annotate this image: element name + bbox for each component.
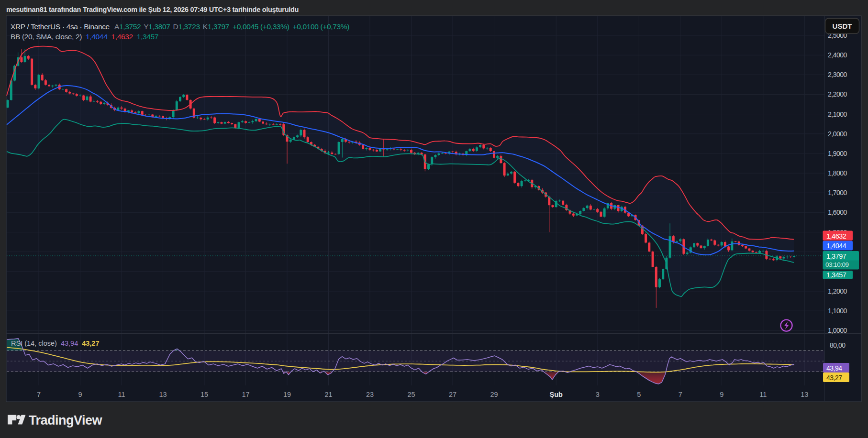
svg-text:19: 19 [283, 391, 291, 398]
svg-text:2,4000: 2,4000 [828, 51, 847, 59]
svg-text:15: 15 [200, 391, 208, 398]
svg-text:23: 23 [366, 391, 374, 398]
svg-text:mesutinan81 tarafından Trading: mesutinan81 tarafından TradingView.com i… [6, 6, 299, 13]
svg-text:5: 5 [637, 391, 641, 398]
svg-text:1,3457: 1,3457 [826, 271, 846, 279]
svg-text:2,0000: 2,0000 [828, 130, 847, 138]
svg-text:TradingView: TradingView [29, 413, 103, 427]
svg-text:80,00: 80,00 [830, 341, 846, 349]
svg-text:13: 13 [159, 391, 167, 398]
svg-text:USDT: USDT [833, 22, 852, 30]
svg-text:43,94: 43,94 [826, 364, 842, 372]
svg-text:13: 13 [801, 391, 808, 398]
svg-text:1,2000: 1,2000 [828, 287, 847, 295]
svg-text:17: 17 [242, 391, 249, 398]
svg-text:1,9000: 1,9000 [828, 150, 847, 157]
svg-text:1,4044: 1,4044 [826, 242, 846, 250]
svg-text:2,1000: 2,1000 [828, 110, 847, 118]
svg-text:2,3000: 2,3000 [828, 71, 847, 78]
svg-text:11: 11 [118, 391, 125, 398]
svg-text:3: 3 [596, 391, 600, 398]
svg-text:XRP / TetherUS · 4sa · Binance: XRP / TetherUS · 4sa · BinanceA1,3752Y1,… [11, 22, 349, 31]
svg-text:21: 21 [324, 391, 332, 398]
svg-text:Şub: Şub [550, 391, 563, 398]
svg-text:RSI (14, close)43,9443,27: RSI (14, close)43,9443,27 [11, 339, 100, 347]
svg-text:1,3797: 1,3797 [826, 252, 846, 260]
svg-text:43,27: 43,27 [826, 374, 842, 382]
svg-text:7: 7 [679, 391, 682, 398]
svg-text:1,1000: 1,1000 [828, 307, 847, 315]
svg-text:1,0000: 1,0000 [828, 327, 847, 334]
svg-text:29: 29 [490, 391, 498, 398]
svg-text:7: 7 [37, 391, 41, 398]
svg-text:1,4632: 1,4632 [826, 232, 846, 240]
svg-text:2,2000: 2,2000 [828, 90, 847, 98]
svg-text:9: 9 [720, 391, 723, 398]
svg-text:1,7000: 1,7000 [828, 189, 847, 197]
svg-text:27: 27 [449, 391, 456, 398]
svg-text:25: 25 [407, 391, 415, 398]
svg-text:1,6000: 1,6000 [828, 208, 847, 216]
svg-text:03:10:09: 03:10:09 [825, 261, 849, 268]
svg-text:11: 11 [759, 391, 767, 398]
svg-text:9: 9 [78, 391, 82, 398]
svg-text:1,8000: 1,8000 [828, 169, 847, 177]
